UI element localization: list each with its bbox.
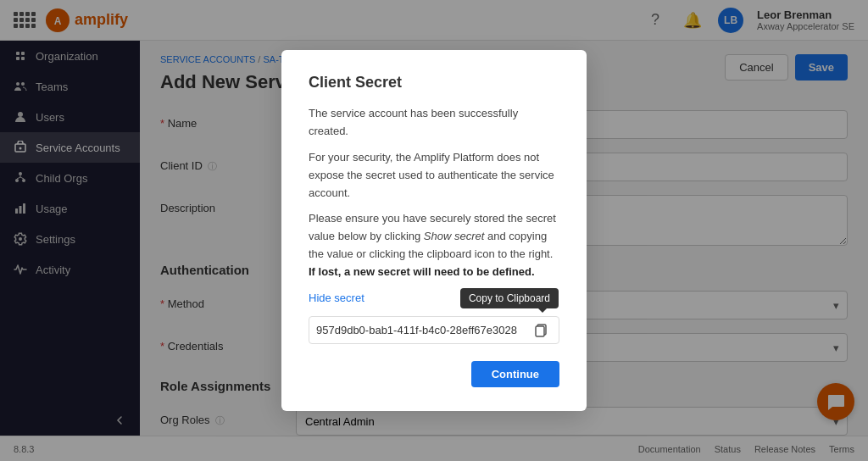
modal-bold-warning: If lost, a new secret will need to be de… [309, 265, 535, 278]
client-secret-modal: Client Secret The service account has be… [281, 50, 587, 410]
modal-footer: Continue [309, 361, 559, 387]
modal-title: Client Secret [309, 74, 559, 92]
modal-message2: For your security, the Amplify Platform … [309, 149, 559, 202]
copy-tooltip: Copy to Clipboard [460, 288, 559, 308]
modal-message1: The service account has been successfull… [309, 105, 559, 141]
continue-button[interactable]: Continue [471, 361, 559, 387]
copy-to-clipboard-button[interactable] [530, 319, 552, 341]
svg-rect-18 [536, 326, 544, 336]
copy-btn-wrapper: Copy to Clipboard [530, 319, 552, 341]
modal-body: The service account has been successfull… [309, 105, 559, 280]
secret-field[interactable] [316, 317, 530, 343]
hide-secret-link[interactable]: Hide secret [309, 292, 364, 304]
modal-overlay: Client Secret The service account has be… [0, 0, 868, 461]
modal-message3: Please ensure you have securely stored t… [309, 210, 559, 280]
clipboard-icon [533, 322, 548, 337]
secret-field-wrapper: Copy to Clipboard [309, 316, 559, 344]
